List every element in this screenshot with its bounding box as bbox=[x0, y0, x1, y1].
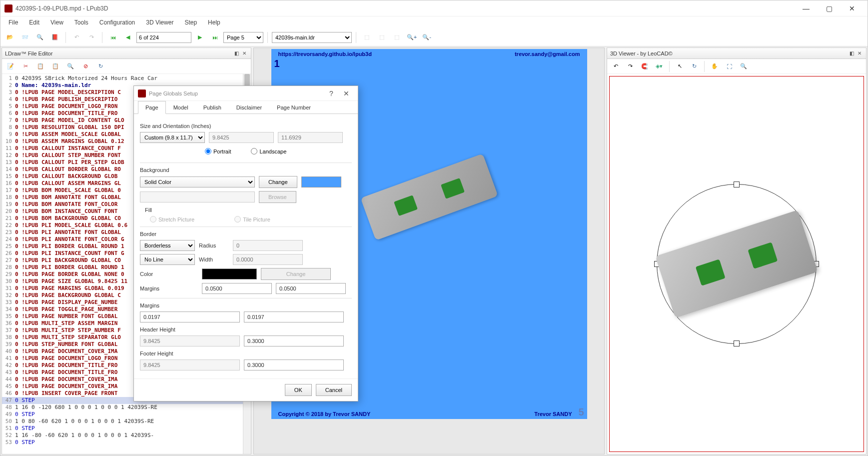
zoom-out-icon[interactable]: 🔍- bbox=[420, 31, 433, 44]
border-width-input bbox=[233, 254, 303, 265]
menu-configuration[interactable]: Configuration bbox=[94, 18, 140, 27]
edit-icon[interactable]: 📝 bbox=[4, 60, 17, 73]
line-52[interactable]: 521 16 -80 -60 620 1 0 0 0 1 0 0 0 1 420… bbox=[2, 432, 251, 439]
dialog-help-icon[interactable]: ? bbox=[324, 90, 339, 98]
orbit-handle-bottom[interactable] bbox=[734, 340, 740, 346]
tool-icon-1[interactable]: ⬚ bbox=[360, 31, 373, 44]
zoom-fit-icon[interactable]: ⛶ bbox=[723, 60, 736, 73]
page-position-input[interactable] bbox=[136, 32, 191, 43]
viewer-close-icon[interactable]: ✕ bbox=[856, 50, 863, 57]
menu-file[interactable]: File bbox=[3, 18, 23, 27]
maximize-button[interactable]: ▢ bbox=[818, 1, 841, 16]
model-select[interactable]: 42039s-main.ldr bbox=[272, 32, 352, 43]
close-button[interactable]: ✕ bbox=[841, 1, 864, 16]
pdf-icon[interactable]: 📕 bbox=[48, 31, 61, 44]
line-48[interactable]: 481 16 0 -120 680 1 0 0 0 1 0 0 0 1 4203… bbox=[2, 404, 251, 411]
header-h1-input bbox=[140, 336, 240, 346]
border-line-select[interactable]: No Line bbox=[140, 254, 195, 265]
line-50[interactable]: 501 0 80 -60 620 1 0 0 0 1 0 0 0 1 42039… bbox=[2, 418, 251, 425]
last-page-icon[interactable]: ⏭ bbox=[208, 31, 221, 44]
portrait-radio[interactable]: Portrait bbox=[205, 148, 231, 154]
page-margin-y-input[interactable] bbox=[244, 312, 344, 322]
width-input bbox=[209, 132, 274, 143]
menu-step[interactable]: Step bbox=[179, 18, 202, 27]
stretch-radio: Stretch Picture bbox=[150, 216, 194, 222]
margin-x-input[interactable] bbox=[202, 283, 272, 294]
page-footer-copyright: Copyright © 2018 by Trevor SANDY bbox=[278, 411, 371, 417]
page-globals-dialog: Page Globals Setup ? ✕ PageModelPublishD… bbox=[133, 86, 358, 402]
zoom-in-icon[interactable]: 🔍+ bbox=[405, 31, 418, 44]
viewer-body[interactable] bbox=[609, 76, 864, 452]
prev-page-icon[interactable]: ◀ bbox=[121, 31, 134, 44]
panel-float-icon[interactable]: ◧ bbox=[233, 50, 240, 57]
menu-help[interactable]: Help bbox=[203, 18, 225, 27]
menu-tools[interactable]: Tools bbox=[69, 18, 93, 27]
bg-color-swatch[interactable] bbox=[301, 176, 341, 188]
cut-icon[interactable]: ✂ bbox=[19, 60, 32, 73]
magnet-icon[interactable]: 🧲 bbox=[638, 60, 651, 73]
line-51[interactable]: 510 STEP bbox=[2, 425, 251, 432]
line-53[interactable]: 530 STEP bbox=[2, 439, 251, 446]
line-1[interactable]: 10 42039S SBrick Motorized 24 Hours Race… bbox=[2, 75, 251, 82]
dialog-title: Page Globals Setup bbox=[149, 90, 324, 96]
size-label: Size and Orientation (Inches) bbox=[140, 123, 352, 129]
tool-icon-3[interactable]: ⬚ bbox=[390, 31, 403, 44]
titlebar: 42039S-1-09-LPUB.mpd - LPub3D — ▢ ✕ bbox=[0, 0, 868, 16]
page-header-email: trevor.sandy@gmail.com bbox=[515, 51, 580, 57]
line-49[interactable]: 490 STEP bbox=[2, 411, 251, 418]
menu-edit[interactable]: Edit bbox=[24, 18, 44, 27]
tab-page-number[interactable]: Page Number bbox=[269, 101, 318, 114]
page-select[interactable]: Page 5 bbox=[223, 32, 263, 43]
open-icon[interactable]: 📂 bbox=[3, 31, 16, 44]
cube-icon[interactable]: ◈▾ bbox=[653, 60, 666, 73]
menu-3d-viewer[interactable]: 3D Viewer bbox=[141, 18, 178, 27]
tab-model[interactable]: Model bbox=[166, 101, 196, 114]
cancel-button[interactable]: Cancel bbox=[316, 384, 352, 396]
tab-page[interactable]: Page bbox=[138, 101, 166, 114]
viewer-undo-icon[interactable]: ↶ bbox=[609, 60, 622, 73]
find-icon[interactable]: 🔍 bbox=[64, 60, 77, 73]
landscape-radio[interactable]: Landscape bbox=[251, 148, 286, 154]
rotate-icon[interactable]: ↻ bbox=[688, 60, 701, 73]
panel-close-icon[interactable]: ✕ bbox=[241, 50, 248, 57]
footer-h2-input[interactable] bbox=[244, 360, 344, 370]
border-type-select[interactable]: Borderless bbox=[140, 240, 195, 251]
editor-title: LDraw™ File Editor bbox=[5, 50, 52, 56]
next-page-icon[interactable]: ▶ bbox=[193, 31, 206, 44]
bg-image-input bbox=[140, 192, 255, 202]
orbit-handle-top[interactable] bbox=[734, 182, 740, 188]
pan-icon[interactable]: ✋ bbox=[708, 60, 721, 73]
copy-icon[interactable]: 📋 bbox=[34, 60, 47, 73]
menu-view[interactable]: View bbox=[45, 18, 68, 27]
bg-type-select[interactable]: Solid Color bbox=[140, 176, 255, 188]
minimize-button[interactable]: — bbox=[795, 1, 818, 16]
border-color-swatch bbox=[202, 268, 257, 280]
redo-icon[interactable]: ↷ bbox=[85, 31, 98, 44]
viewer-float-icon[interactable]: ◧ bbox=[848, 50, 855, 57]
cursor-icon[interactable]: ↖ bbox=[673, 60, 686, 73]
paste-icon[interactable]: 📋 bbox=[49, 60, 62, 73]
tab-publish[interactable]: Publish bbox=[196, 101, 229, 114]
page-margin-x-input[interactable] bbox=[140, 312, 240, 322]
dialog-close-icon[interactable]: ✕ bbox=[339, 90, 354, 98]
delete-icon[interactable]: ⊘ bbox=[79, 60, 92, 73]
viewer-redo-icon[interactable]: ↷ bbox=[624, 60, 637, 73]
ok-button[interactable]: OK bbox=[285, 384, 312, 396]
undo-icon[interactable]: ↶ bbox=[70, 31, 83, 44]
tab-disclaimer[interactable]: Disclaimer bbox=[229, 101, 269, 114]
print-icon[interactable]: 🔍 bbox=[33, 31, 46, 44]
first-page-icon[interactable]: ⏮ bbox=[106, 31, 119, 44]
assembly-image bbox=[360, 154, 498, 240]
viewer-panel: 3D Viewer - by LeoCAD© ◧ ✕ ↶ ↷ 🧲 ◈▾ ↖ ↻ … bbox=[607, 48, 867, 454]
bg-label: Background bbox=[140, 167, 352, 173]
tool-icon-2[interactable]: ⬚ bbox=[375, 31, 388, 44]
size-select[interactable]: Custom (9.8 x 11.7) bbox=[140, 132, 205, 143]
save-icon[interactable]: 📨 bbox=[18, 31, 31, 44]
refresh-icon[interactable]: ↻ bbox=[94, 60, 107, 73]
header-h2-input[interactable] bbox=[244, 336, 344, 346]
margin-y-input[interactable] bbox=[276, 283, 346, 294]
menubar: FileEditViewToolsConfiguration3D ViewerS… bbox=[0, 16, 868, 28]
zoom-region-icon[interactable]: 🔍 bbox=[737, 60, 750, 73]
bg-change-button[interactable]: Change bbox=[259, 176, 297, 188]
app-icon bbox=[4, 4, 12, 12]
